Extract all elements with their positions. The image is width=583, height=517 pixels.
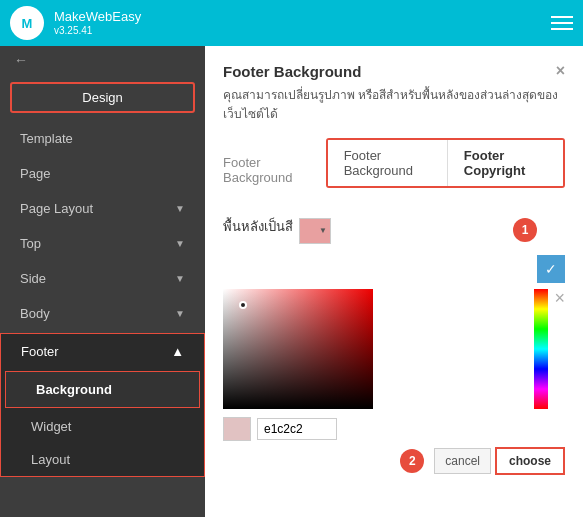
chevron-down-icon: ▼ [175, 273, 185, 284]
panel-description: คุณสามารถเปลี่ยนรูปภาพ หรือสีสำหรับพื้นห… [223, 86, 565, 124]
panel-title: Footer Background [223, 63, 361, 80]
sidebar-item-layout[interactable]: Layout [1, 443, 204, 476]
sidebar-item-body[interactable]: Body ▼ [0, 296, 205, 331]
tabs-row: Footer Background Footer Copyright [326, 138, 565, 188]
swatch-color-preview [303, 222, 319, 240]
brand-version: v3.25.41 [54, 25, 141, 37]
tab-footer-copyright[interactable]: Footer Copyright [448, 140, 563, 186]
sidebar-item-page[interactable]: Page [0, 156, 205, 191]
sidebar-back-button[interactable]: ← [0, 46, 205, 74]
chevron-up-icon: ▲ [171, 344, 184, 359]
gradient-cursor [239, 301, 247, 309]
logo: M [10, 6, 44, 40]
sidebar-item-widget[interactable]: Widget [1, 410, 204, 443]
hex-color-preview [223, 417, 251, 441]
close-picker-button[interactable]: × [554, 289, 565, 409]
sidebar-item-page-layout[interactable]: Page Layout ▼ [0, 191, 205, 226]
chevron-down-icon: ▼ [175, 203, 185, 214]
dropdown-arrow-icon: ▼ [319, 226, 327, 235]
section-label: พื้นหลังเป็นสี [223, 216, 293, 237]
color-swatch-button[interactable]: ▼ [299, 218, 331, 244]
sidebar-item-background[interactable]: Background [5, 371, 200, 408]
close-button[interactable]: × [556, 62, 565, 80]
confirm-checkmark-button[interactable]: ✓ [537, 255, 565, 283]
sidebar-item-side[interactable]: Side ▼ [0, 261, 205, 296]
panel-title-row: Footer Background × [223, 62, 565, 80]
sidebar: ← Design Template Page Page Layout ▼ Top… [0, 46, 205, 517]
cancel-button[interactable]: cancel [434, 448, 491, 474]
hex-input[interactable] [257, 418, 337, 440]
top-bar: M MakeWebEasy v3.25.41 [0, 0, 583, 46]
tab-footer-background[interactable]: Footer Background [328, 140, 448, 186]
content-area: Footer Background × คุณสามารถเปลี่ยนรูปภ… [205, 46, 583, 517]
tab-group-label: Footer Background [223, 155, 316, 185]
badge-2: 2 [400, 449, 424, 473]
hex-row [223, 417, 565, 441]
chevron-down-icon: ▼ [175, 308, 185, 319]
sidebar-item-footer[interactable]: Footer ▲ [1, 334, 204, 369]
brand-info: MakeWebEasy v3.25.41 [54, 9, 141, 37]
sidebar-item-template[interactable]: Template [0, 121, 205, 156]
brand-name: MakeWebEasy [54, 9, 141, 25]
color-gradient-area[interactable] [223, 289, 373, 409]
design-button[interactable]: Design [10, 82, 195, 113]
sidebar-footer-group: Footer ▲ Background Widget Layout [0, 333, 205, 477]
main-layout: ← Design Template Page Page Layout ▼ Top… [0, 46, 583, 517]
chevron-down-icon: ▼ [175, 238, 185, 249]
color-picker: × [223, 289, 565, 409]
sidebar-item-top[interactable]: Top ▼ [0, 226, 205, 261]
picker-action-row: 2 cancel choose [223, 447, 565, 475]
color-hue-slider[interactable] [534, 289, 548, 409]
choose-button[interactable]: choose [495, 447, 565, 475]
hamburger-menu[interactable] [551, 16, 573, 30]
